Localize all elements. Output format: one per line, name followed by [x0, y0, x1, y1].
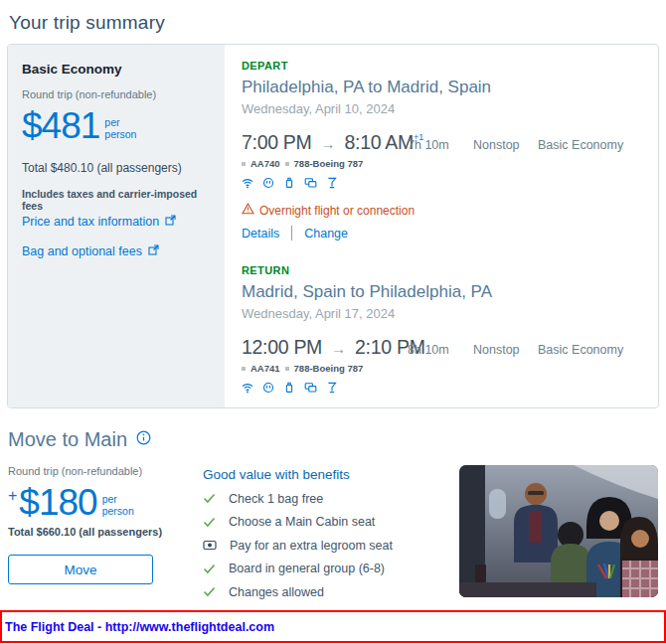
- arrow-right-icon: →: [331, 340, 346, 357]
- return-label: RETURN: [242, 264, 658, 276]
- wifi-icon: [242, 177, 253, 189]
- flight-info-row: AA741 788-Boeing 787: [242, 363, 658, 374]
- info-icon[interactable]: [136, 430, 151, 449]
- per-label: per: [102, 493, 117, 505]
- price-tax-info-label: Price and tax information: [22, 215, 159, 229]
- benefit-text: Changes allowed: [229, 585, 324, 599]
- money-icon: [203, 540, 217, 551]
- taxes-note: Includes taxes and carrier-imposed fees: [22, 188, 211, 212]
- check-icon: [203, 517, 216, 528]
- cabin-label: Basic Economy: [538, 343, 623, 357]
- check-icon: [203, 564, 216, 574]
- flight-info-row: AA740 788-Boeing 787: [242, 158, 658, 169]
- benefit-item: Board in general group (6-8): [203, 562, 453, 575]
- depart-date: Wednesday, April 10, 2024: [242, 101, 658, 116]
- benefit-text: Check 1 bag free: [229, 492, 323, 506]
- separator-square: [285, 367, 289, 371]
- depart-label: DEPART: [242, 60, 658, 72]
- move-to-main-section: Move to Main Round trip (non-refundable)…: [7, 428, 659, 622]
- overnight-warning: Overnight flight or connection: [242, 203, 658, 218]
- upgrade-price: + $180 per person: [8, 484, 203, 521]
- fare-name: Basic Economy: [22, 62, 211, 77]
- cabin-label: Basic Economy: [538, 138, 623, 152]
- trip-summary-page: Your trip summary Basic Economy Round tr…: [0, 12, 666, 622]
- return-route: Madrid, Spain to Philadelphia, PA: [242, 282, 658, 302]
- upgrade-total: Total $660.10 (all passengers): [8, 526, 203, 538]
- move-title-row: Move to Main: [8, 428, 658, 451]
- depart-times-row: 7:00 PM → 8:10 AM+1 7h 10m Nonstop Basic…: [242, 131, 658, 154]
- flight-deal-link[interactable]: The Flight Deal - http://www.theflightde…: [5, 620, 274, 634]
- move-columns: Round trip (non-refundable) + $180 per p…: [8, 465, 658, 622]
- flight-deal-banner: The Flight Deal - http://www.theflightde…: [0, 610, 666, 643]
- overnight-warning-text: Overnight flight or connection: [259, 204, 415, 218]
- trip-summary-card: Basic Economy Round trip (non-refundable…: [7, 44, 659, 408]
- power-outlet-icon: [262, 382, 274, 394]
- benefit-item: Pay for an extra legroom seat: [203, 539, 453, 553]
- flights-panel: DEPART Philadelphia, PA to Madrid, Spain…: [225, 45, 658, 407]
- amenities-row: [242, 177, 658, 189]
- return-segment: RETURN Madrid, Spain to Philadelphia, PA…: [242, 264, 658, 408]
- benefit-item: Check 1 bag free: [203, 492, 453, 506]
- wifi-icon: [242, 382, 253, 394]
- benefit-text: Board in general group (6-8): [229, 562, 385, 575]
- details-link[interactable]: Details: [242, 227, 279, 241]
- trip-type-label: Round trip (non-refundable): [22, 88, 211, 100]
- price-unit: per person: [104, 116, 136, 140]
- benefit-item: Choose a Main Cabin seat: [203, 515, 453, 529]
- aircraft-type: 788-Boeing 787: [294, 363, 364, 374]
- external-link-icon: [165, 215, 176, 229]
- depart-actions: Details Change: [242, 226, 658, 241]
- refreshments-icon: [326, 382, 338, 394]
- arrow-right-icon: →: [321, 135, 336, 152]
- divider: [291, 226, 292, 241]
- entertainment-icon: [304, 177, 317, 189]
- bag-optional-fees-label: Bag and optional fees: [22, 244, 142, 258]
- per-label: per: [104, 116, 119, 128]
- usb-icon: [283, 177, 295, 189]
- plus-sign: +: [8, 487, 17, 505]
- return-times-row: 12:00 PM → 2:10 PM 8h 10m Nonstop Basic …: [242, 336, 658, 359]
- price-amount: $481: [22, 107, 99, 144]
- benefit-item: Changes allowed: [203, 585, 453, 599]
- warning-triangle-icon: [242, 203, 254, 218]
- check-icon: [203, 586, 216, 597]
- depart-route: Philadelphia, PA to Madrid, Spain: [242, 78, 658, 97]
- flight-number: AA741: [250, 363, 280, 374]
- benefit-text: Choose a Main Cabin seat: [229, 515, 375, 529]
- price-tax-info-link[interactable]: Price and tax information: [22, 215, 176, 229]
- departure-time: 12:00 PM: [242, 336, 322, 359]
- move-to-main-title: Move to Main: [8, 428, 127, 451]
- aircraft-type: 788-Boeing 787: [294, 158, 364, 169]
- upgrade-price-column: Round trip (non-refundable) + $180 per p…: [8, 465, 203, 622]
- move-button[interactable]: Move: [8, 555, 153, 584]
- bag-optional-fees-link[interactable]: Bag and optional fees: [22, 244, 159, 258]
- return-time-group: 12:00 PM → 2:10 PM: [242, 336, 408, 359]
- stops-label: Nonstop: [473, 138, 538, 152]
- power-outlet-icon: [262, 177, 274, 189]
- trip-type-label: Round trip (non-refundable): [8, 465, 203, 477]
- price-per-person: $481 per person: [22, 107, 211, 144]
- stops-label: Nonstop: [473, 343, 538, 357]
- page-title: Your trip summary: [9, 12, 659, 34]
- external-link-icon: [148, 244, 159, 258]
- check-icon: [203, 493, 216, 504]
- benefits-column: Good value with benefits Check 1 bag fre…: [203, 465, 453, 622]
- separator-square: [285, 162, 289, 166]
- person-label: person: [102, 505, 134, 517]
- price-amount: $180: [19, 484, 96, 521]
- total-price: Total $480.10 (all passengers): [22, 161, 211, 175]
- flight-duration: 8h 10m: [408, 343, 473, 357]
- cabin-passengers-photo: [459, 465, 658, 597]
- usb-icon: [283, 382, 295, 394]
- person-label: person: [104, 128, 136, 140]
- fare-price-panel: Basic Economy Round trip (non-refundable…: [8, 45, 225, 407]
- depart-time-group: 7:00 PM → 8:10 AM+1: [242, 131, 408, 154]
- separator-square: [242, 162, 246, 166]
- amenities-row: [242, 382, 658, 394]
- depart-segment: DEPART Philadelphia, PA to Madrid, Spain…: [242, 60, 658, 241]
- change-link[interactable]: Change: [304, 227, 348, 241]
- return-date: Wednesday, April 17, 2024: [242, 306, 658, 321]
- benefits-title: Good value with benefits: [203, 467, 453, 482]
- separator-square: [242, 367, 246, 371]
- flight-duration: 7h 10m: [408, 138, 473, 152]
